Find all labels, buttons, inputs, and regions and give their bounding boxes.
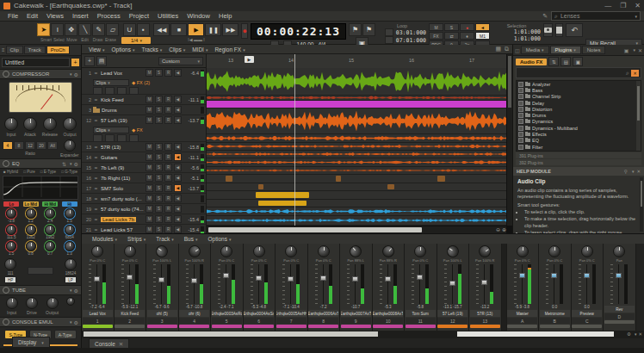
power-icon[interactable] xyxy=(3,287,9,294)
mixer-strip-earthqke0006axt[interactable]: Pan 0% C-7.2Earthqke0006AxT8 xyxy=(308,244,341,331)
plugin-folder-distortion[interactable]: Distortion xyxy=(517,106,641,112)
eq-qs-knob[interactable] xyxy=(65,241,75,251)
loop-icon[interactable] xyxy=(385,28,393,36)
track-mute-button[interactable]: M xyxy=(146,96,153,103)
track-gain-value[interactable]: -15.8 xyxy=(183,145,199,150)
track-solo-button[interactable]: S xyxy=(155,164,163,171)
pan-knob[interactable] xyxy=(548,245,560,257)
input-echo-button[interactable]: ◀ xyxy=(174,205,182,213)
pan-knob[interactable] xyxy=(285,245,297,257)
volume-fader[interactable] xyxy=(417,264,423,304)
play-button[interactable]: ▶ xyxy=(188,23,204,36)
checkbox[interactable] xyxy=(518,101,523,106)
eq-gains-knob[interactable] xyxy=(26,208,36,219)
track-mute-button[interactable]: M xyxy=(146,69,153,77)
menu-item-help[interactable]: Help xyxy=(214,12,236,20)
add-track-button[interactable]: + xyxy=(84,56,95,66)
mix-module-m1-button[interactable]: M1 xyxy=(475,32,490,40)
compressor-module-header[interactable]: COMPRESSOR ▾⚙ xyxy=(0,69,81,79)
plugin-folder-filter[interactable]: Filter xyxy=(517,144,641,150)
audio-clip-segment[interactable] xyxy=(336,176,341,181)
mixer-strip-erthqke0003asrc[interactable]: Pan 0% C-2.4 -7.1Erthqke0003AsRc5 xyxy=(211,244,244,331)
track-solo-button[interactable]: S xyxy=(155,96,163,103)
track-solo-button[interactable]: S xyxy=(155,116,163,124)
eq-band-lo-button[interactable]: Lo xyxy=(3,201,19,207)
clip-lane-7b-right-11[interactable] xyxy=(207,158,506,167)
menu-item-views[interactable]: Views xyxy=(42,12,68,20)
hp-button[interactable]: HP xyxy=(4,276,16,283)
track-solo-button[interactable]: S xyxy=(155,153,163,161)
menu-item-midi[interactable]: MIDI▾ xyxy=(189,46,211,53)
track-record-button[interactable]: R xyxy=(164,215,172,223)
track-record-button[interactable]: R xyxy=(164,143,172,151)
clip-automation-button[interactable] xyxy=(93,87,102,95)
track-row-57r-13[interactable]: 13≈57R (13)MSR◀-15.8 xyxy=(82,142,206,152)
clip-lane-sti-18[interactable] xyxy=(207,216,506,226)
eq-mode-g-type[interactable]: □ G-Type xyxy=(61,170,77,174)
menu-item-track[interactable]: Track▾ xyxy=(151,236,179,242)
mixer-strip-ohr-6[interactable]: Pan 100% R-6.7 -10.8ohr (6)4 xyxy=(179,244,212,331)
plugin-folder-delay[interactable]: Delay xyxy=(517,100,641,106)
input-echo-button[interactable]: ◀ xyxy=(174,69,182,77)
track-name[interactable]: 7b Right (11) xyxy=(101,176,144,181)
track-row-lead-vox[interactable]: 1≈Lead VoxMSR◀-6.4Clips▾◆ FX (2) xyxy=(82,68,206,95)
close-icon[interactable]: ✕ xyxy=(119,341,123,348)
record-button[interactable]: ● xyxy=(241,23,247,39)
time-ruler[interactable]: ▶ 1314151617 xyxy=(207,54,506,69)
volume-fader[interactable] xyxy=(385,264,391,304)
clip-lane-lead-vox[interactable] xyxy=(207,68,506,96)
mix-module-m-button[interactable]: M xyxy=(429,23,443,31)
track-fx-badge[interactable]: ◆ FX xyxy=(132,127,143,133)
track-row-lead-licks-7b[interactable]: 20≈Lead Licks 7bMSR◀-15.4 xyxy=(82,214,206,225)
playhead-line[interactable] xyxy=(294,54,295,226)
audio-clip-segment[interactable] xyxy=(387,184,394,189)
eq-qs-knob[interactable] xyxy=(45,241,55,251)
volume-fader[interactable] xyxy=(519,264,525,304)
loop-toggle-icon[interactable] xyxy=(385,36,393,44)
menu-item-strips[interactable]: Strips▾ xyxy=(122,236,151,242)
mixer-strip-rev[interactable]: PanRevD xyxy=(604,244,636,331)
channel-name[interactable]: Erthqke0003AsRc xyxy=(212,310,242,317)
volume-fader[interactable] xyxy=(288,264,294,304)
hp-filter-knob[interactable] xyxy=(4,258,16,270)
mixer-strip-tom-sum[interactable]: Pan 0% C-5.8Tom Sum11 xyxy=(405,244,437,331)
pan-knob[interactable] xyxy=(477,244,493,260)
tab-track[interactable]: Track xyxy=(24,46,46,54)
scrollbar-handle[interactable] xyxy=(84,331,378,337)
checkbox[interactable] xyxy=(518,94,523,99)
display-tab[interactable]: Display▾ xyxy=(12,337,50,348)
track-fx-badge[interactable]: ◆ FX (2) xyxy=(132,80,150,85)
pan-knob[interactable] xyxy=(581,245,593,257)
channel-name[interactable]: Earthqke0006AxT xyxy=(308,310,338,317)
channel-name[interactable]: Erthqke0004AsSn xyxy=(244,310,274,317)
checkbox[interactable] xyxy=(518,82,523,87)
track-solo-button[interactable]: S xyxy=(155,205,163,213)
stop-button[interactable]: ■ xyxy=(170,23,187,36)
clip-automation-button[interactable] xyxy=(105,134,115,142)
channel-name[interactable]: Preview xyxy=(572,310,602,317)
channel-name[interactable]: 57 Left (19) xyxy=(437,310,468,317)
volume-fader[interactable] xyxy=(352,264,358,304)
input-echo-button[interactable]: ◀ xyxy=(174,106,182,114)
help-scrollbar[interactable] xyxy=(640,177,643,232)
mixer-strip-erthqke0004assn[interactable]: Pan 0% C-5.3 -4.8Erthqke0004AsSn6 xyxy=(244,244,276,331)
plugin-folder-drums[interactable]: Drums xyxy=(517,112,641,118)
track-record-button[interactable]: R xyxy=(164,226,172,233)
eq-band-hi-button[interactable]: Hi xyxy=(62,201,77,207)
eq-freqs-knob[interactable] xyxy=(45,225,55,235)
gear-icon[interactable]: ⚙ xyxy=(74,288,78,294)
inspector-menu-icon[interactable]: ≡ xyxy=(2,47,5,53)
eq-qs-knob[interactable] xyxy=(6,241,16,251)
plugin-folder-effects[interactable]: Effects xyxy=(517,131,641,137)
checkbox[interactable] xyxy=(518,132,523,137)
help-content[interactable]: Audio Clip An audio clip contains a long… xyxy=(513,176,644,233)
audio-clip-segment[interactable] xyxy=(437,176,445,181)
clips-dropdown[interactable]: Clips▾ xyxy=(93,79,129,86)
pan-knob[interactable] xyxy=(414,245,426,257)
track-mute-button[interactable]: M xyxy=(146,195,153,202)
tool-draw-button[interactable]: ✎ xyxy=(92,23,105,36)
track-gain-value[interactable]: -11.1 xyxy=(183,155,199,160)
layout-icon[interactable]: ▤ xyxy=(560,57,571,66)
pan-knob[interactable] xyxy=(318,245,330,257)
menu-item-insert[interactable]: Insert xyxy=(68,12,93,20)
